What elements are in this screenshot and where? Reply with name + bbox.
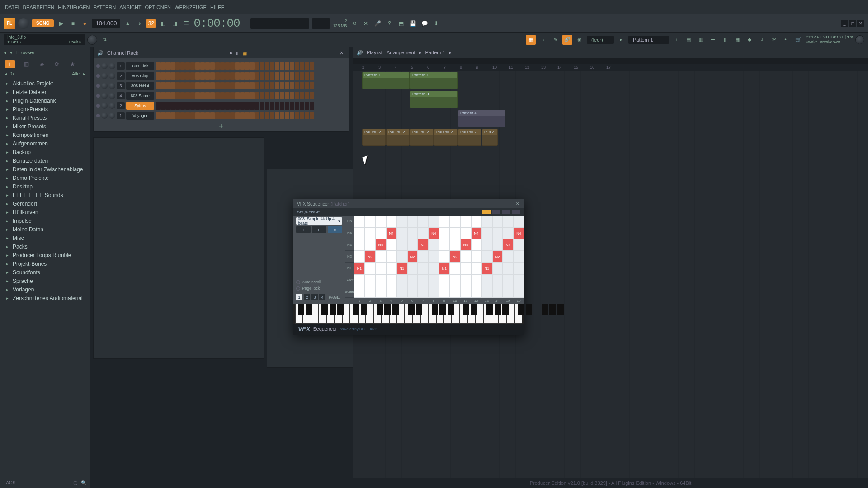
- browser-item[interactable]: ▸Daten in der Zwischenablage: [0, 165, 90, 174]
- minimize-button[interactable]: _: [841, 20, 848, 27]
- playlist-clip[interactable]: Pattern 4: [458, 110, 505, 127]
- pl-speaker-icon[interactable]: 🔊: [357, 50, 363, 56]
- piano-black-key[interactable]: [353, 304, 359, 315]
- vfx-grid-cell[interactable]: [386, 286, 397, 298]
- piano-black-key[interactable]: [486, 304, 493, 315]
- vfx-grid-cell[interactable]: [492, 227, 503, 239]
- vfx-grid-cell[interactable]: [396, 274, 407, 286]
- menu-hinzufügen[interactable]: HINZUFüGEN: [57, 5, 91, 10]
- piano-black-key[interactable]: [298, 304, 304, 315]
- vfx-grid-cell[interactable]: [471, 286, 482, 298]
- playlist-clip[interactable]: Pattern 2: [458, 129, 481, 146]
- vfx-grid-cell[interactable]: N2: [450, 251, 461, 263]
- vfx-grid-cell[interactable]: [429, 274, 439, 286]
- piano-black-key[interactable]: [518, 304, 524, 315]
- vfx-titlebar[interactable]: VFX Sequencer (Patcher) _ ✕: [293, 199, 524, 208]
- vfx-grid-cell[interactable]: [354, 239, 365, 251]
- vfx-grid-cell[interactable]: [460, 286, 471, 298]
- vfx-grid-cell[interactable]: [354, 274, 365, 286]
- channel-name[interactable]: Voyager: [126, 112, 154, 120]
- vfx-grid-cell[interactable]: [365, 216, 376, 227]
- vfx-grid-cell[interactable]: [407, 274, 418, 286]
- vfx-mode-2[interactable]: [492, 210, 500, 214]
- vfx-grid-cell[interactable]: [460, 251, 471, 263]
- browser-item[interactable]: ▸Backup: [0, 148, 90, 156]
- channel-vol-knob[interactable]: [109, 83, 115, 89]
- vfx-grid-cell[interactable]: [429, 239, 439, 251]
- vfx-grid[interactable]: N5N4N4N4N4N4N3N3N3N3N3N2N2N2N2N2N1N1N1N1…: [345, 216, 524, 298]
- channel-pan-knob[interactable]: [101, 93, 108, 99]
- vfx-grid-cell[interactable]: N4: [514, 227, 524, 239]
- step-sequence[interactable]: [156, 82, 314, 89]
- vfx-grid-cell[interactable]: [396, 251, 407, 263]
- vfx-grid-cell[interactable]: [471, 274, 482, 286]
- vfx-grid-cell[interactable]: N1: [439, 263, 450, 274]
- maximize-button[interactable]: ▢: [849, 20, 856, 27]
- vfx-grid-cell[interactable]: [375, 286, 386, 298]
- vfx-grid-cell[interactable]: [418, 216, 429, 227]
- menu-datei[interactable]: DATEI: [4, 5, 21, 10]
- vfx-grid-cell[interactable]: [418, 286, 429, 298]
- pl-marker-strip[interactable]: [353, 58, 868, 64]
- vfx-grid-cell[interactable]: [439, 274, 450, 286]
- browser-item[interactable]: ▸Plugin-Datenbank: [0, 96, 90, 105]
- vfx-stop-button[interactable]: ■: [328, 226, 342, 233]
- tool1-icon[interactable]: ✂: [769, 35, 779, 45]
- step-edit-icon[interactable]: ☰: [182, 19, 191, 28]
- pattern-selector[interactable]: Pattern 1: [628, 36, 669, 44]
- step-sequence[interactable]: [156, 62, 314, 70]
- playlist-clip[interactable]: Pattern 1: [362, 72, 410, 89]
- add-pattern-button[interactable]: +: [671, 35, 681, 45]
- vfx-grid-cell[interactable]: [481, 239, 492, 251]
- vfx-grid-cell[interactable]: [514, 286, 524, 298]
- vfx-minimize-button[interactable]: _: [508, 201, 514, 206]
- browser-item[interactable]: ▸Kanal-Presets: [0, 113, 90, 122]
- vfx-grid-cell[interactable]: [492, 263, 503, 274]
- brush-icon[interactable]: ✎: [550, 35, 560, 45]
- export-icon[interactable]: ⬒: [396, 19, 406, 28]
- menu-pattern[interactable]: PATTERN: [92, 5, 118, 10]
- vfx-grid-cell[interactable]: [450, 239, 461, 251]
- channel-led[interactable]: [96, 74, 100, 78]
- vfx-grid-cell[interactable]: [396, 216, 407, 227]
- vfx-grid-cell[interactable]: [365, 263, 376, 274]
- vfx-grid-cell[interactable]: [375, 263, 386, 274]
- browser-item[interactable]: ▸Demo-Projekte: [0, 174, 90, 182]
- view-piano-icon[interactable]: ▥: [696, 35, 706, 45]
- tools-icon[interactable]: ✕: [361, 19, 370, 28]
- playlist-clip[interactable]: Pattern 2: [410, 129, 434, 146]
- replay-icon[interactable]: ↻: [10, 71, 14, 76]
- vfx-grid-cell[interactable]: [407, 216, 418, 227]
- menu-ansicht[interactable]: ANSICHT: [118, 5, 142, 10]
- vfx-grid-cell[interactable]: N4: [471, 227, 482, 239]
- snap-button[interactable]: 32: [146, 19, 156, 28]
- vfx-grid-cell[interactable]: N2: [492, 251, 503, 263]
- playlist-clip[interactable]: Pattern 3: [410, 91, 458, 108]
- vfx-next-button[interactable]: ▸: [312, 226, 326, 233]
- step-sequence[interactable]: [156, 112, 314, 119]
- tempo-tap-icon[interactable]: ♩: [757, 35, 767, 45]
- vfx-grid-cell[interactable]: [492, 274, 503, 286]
- vfx-grid-cell[interactable]: [514, 216, 524, 227]
- vfx-grid-cell[interactable]: [450, 216, 461, 227]
- stop-button[interactable]: ■: [68, 19, 77, 28]
- app-logo[interactable]: FL: [4, 18, 15, 29]
- close-button[interactable]: ✕: [857, 20, 864, 27]
- piano-black-key[interactable]: [495, 304, 501, 315]
- vfx-grid-cell[interactable]: [407, 227, 418, 239]
- vfx-grid-cell[interactable]: [514, 263, 524, 274]
- vfx-grid-cell[interactable]: [354, 216, 365, 227]
- piano-black-key[interactable]: [321, 304, 328, 315]
- vfx-grid-cell[interactable]: N1: [396, 263, 407, 274]
- piano-black-key[interactable]: [408, 304, 415, 315]
- vfx-grid-cell[interactable]: [503, 274, 514, 286]
- vfx-grid-cell[interactable]: [407, 286, 418, 298]
- menu-bearbeiten[interactable]: BEARBEITEN: [22, 5, 56, 10]
- view-playlist-icon[interactable]: ▤: [684, 35, 693, 45]
- vfx-grid-cell[interactable]: [503, 227, 514, 239]
- vfx-prev-button[interactable]: ◂: [296, 226, 311, 233]
- vfx-grid-cell[interactable]: [365, 286, 376, 298]
- switch-icon[interactable]: ⇅: [99, 35, 109, 45]
- vfx-grid-cell[interactable]: [375, 216, 386, 227]
- step-sequence[interactable]: [156, 72, 314, 80]
